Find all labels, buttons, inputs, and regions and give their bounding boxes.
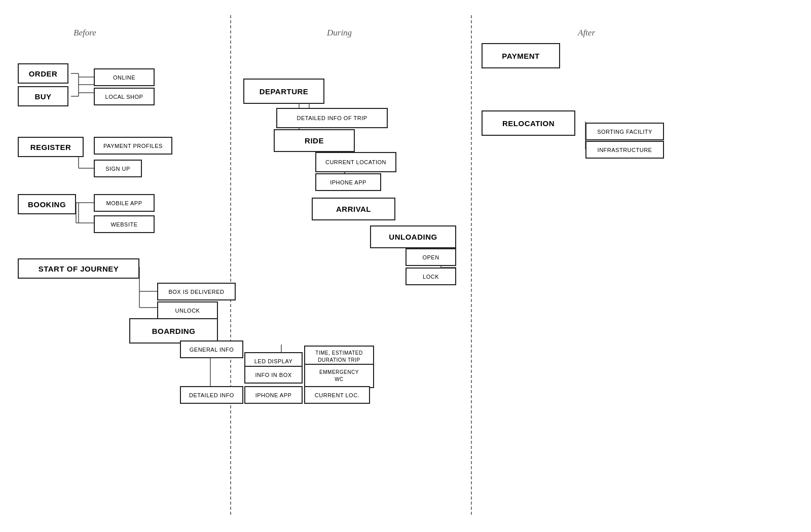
before-label: Before <box>73 28 96 38</box>
during-label: During <box>327 28 352 38</box>
register-node: REGISTER <box>18 137 84 157</box>
website-node: WEBSITE <box>94 215 155 233</box>
lock-node: LOCK <box>406 268 456 285</box>
arrival-node: ARRIVAL <box>312 198 395 220</box>
sign-up-node: SIGN UP <box>94 160 142 177</box>
box-is-delivered-node: BOX IS DELIVERED <box>157 283 236 300</box>
emmergency-wc-node: EMMERGENCY WC <box>304 364 374 388</box>
info-in-box-node: INFO IN BOX <box>244 366 303 384</box>
current-location-node: CURRENT LOCATION <box>315 152 396 172</box>
iphone-app-ride-node: IPHONE APP <box>315 173 381 191</box>
detailed-info-trip-node: DETAILED INFO OF TRIP <box>276 108 388 128</box>
local-shop-node: LOCAL SHOP <box>94 88 155 105</box>
open-node: OPEN <box>406 248 456 266</box>
unloading-node: UNLOADING <box>370 225 456 248</box>
payment-profiles-node: PAYMENT PROFILES <box>94 137 172 155</box>
unlock-node: UNLOCK <box>157 301 218 319</box>
relocation-node: RELOCATION <box>482 110 575 136</box>
online-node: ONLINE <box>94 68 155 86</box>
iphone-app-boarding-node: IPHONE APP <box>244 386 303 404</box>
departure-node: DEPARTURE <box>243 79 324 104</box>
general-info-node: GENERAL INFO <box>180 340 243 358</box>
payment-node: PAYMENT <box>482 43 560 68</box>
after-label: After <box>578 28 595 38</box>
order-node: ORDER <box>18 63 68 84</box>
mobile-app-node: MOBILE APP <box>94 194 155 212</box>
booking-node: BOOKING <box>18 194 76 214</box>
infrastructure-node: INFRASTRUCTURE <box>585 141 664 159</box>
ride-node: RIDE <box>274 129 355 152</box>
sorting-facility-node: SORTING FACILITY <box>585 123 664 140</box>
diagram: Before During After <box>0 0 811 532</box>
start-of-journey-node: START OF JOURNEY <box>18 258 139 279</box>
detailed-info-boarding-node: DETAILED INFO <box>180 386 243 404</box>
boarding-node: BOARDING <box>129 318 218 344</box>
buy-node: BUY <box>18 86 68 106</box>
current-loc-node: CURRENT LOC. <box>304 386 370 404</box>
